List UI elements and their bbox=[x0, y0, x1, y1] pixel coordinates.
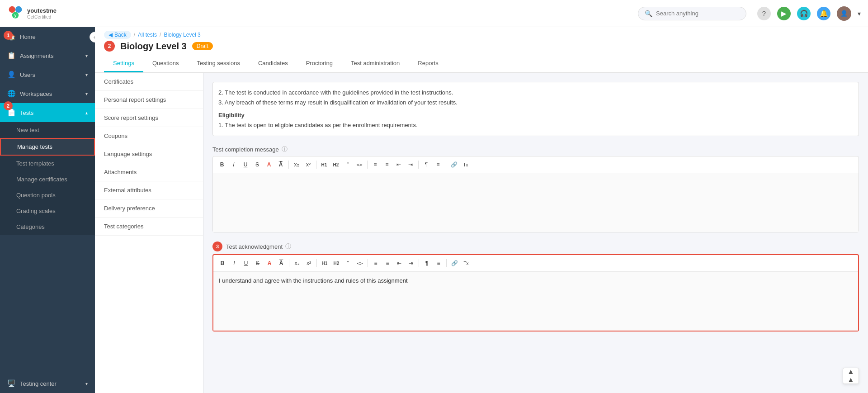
left-panel-coupons[interactable]: Coupons bbox=[95, 127, 203, 145]
ack-toolbar-paragraph[interactable]: ¶ bbox=[421, 258, 432, 269]
completion-editor: B I U S A Ā x₂ x² H1 H2 " bbox=[212, 156, 859, 232]
sidebar-sub-question-pools[interactable]: Question pools bbox=[0, 187, 95, 203]
left-panel-language[interactable]: Language settings bbox=[95, 145, 203, 163]
sidebar-sub-new-test[interactable]: New test bbox=[0, 122, 95, 138]
play-icon[interactable]: ▶ bbox=[777, 7, 791, 20]
toolbar-strikethrough[interactable]: S bbox=[252, 159, 263, 170]
acknowledgment-info-icon[interactable]: ⓘ bbox=[285, 242, 291, 251]
page-title-row: 2 Biology Level 3 Draft bbox=[104, 41, 859, 52]
left-panel-attachments[interactable]: Attachments bbox=[95, 163, 203, 181]
terms-line-2: 2. The test is conducted in accordance w… bbox=[218, 88, 853, 98]
ack-toolbar-subscript[interactable]: x₂ bbox=[292, 258, 302, 269]
toolbar-font-color[interactable]: A bbox=[264, 159, 274, 170]
sidebar-sub-categories[interactable]: Categories bbox=[0, 219, 95, 235]
help-icon[interactable]: ? bbox=[757, 7, 771, 20]
sidebar-item-home[interactable]: 🏠 Home bbox=[0, 27, 95, 46]
ack-toolbar-align[interactable]: ≡ bbox=[433, 258, 444, 269]
toolbar-h2[interactable]: H2 bbox=[330, 159, 341, 170]
toolbar-indent-right[interactable]: ⇥ bbox=[405, 159, 416, 170]
toolbar-font-bg[interactable]: Ā bbox=[275, 159, 286, 170]
acknowledgment-label-text: Test acknowledgment bbox=[226, 243, 283, 250]
tab-test-administration[interactable]: Test administration bbox=[342, 55, 409, 72]
sidebar-home-label: Home bbox=[20, 33, 36, 40]
toolbar-sep5 bbox=[446, 161, 446, 169]
acknowledgment-editor-content[interactable]: I understand and agree with the instruct… bbox=[213, 272, 858, 331]
page-title: Biology Level 3 bbox=[120, 41, 187, 52]
search-input[interactable] bbox=[656, 10, 737, 17]
headset-icon[interactable]: 🎧 bbox=[797, 7, 811, 20]
sidebar-item-assignments[interactable]: 📋 Assignments ▾ bbox=[0, 46, 95, 65]
toolbar-link[interactable]: 🔗 bbox=[448, 159, 459, 170]
tab-settings[interactable]: Settings bbox=[104, 55, 143, 72]
toolbar-subscript[interactable]: x₂ bbox=[291, 159, 302, 170]
ack-toolbar-bold[interactable]: B bbox=[217, 258, 228, 269]
tab-proctoring[interactable]: Proctoring bbox=[297, 55, 342, 72]
toolbar-indent-left[interactable]: ⇤ bbox=[393, 159, 404, 170]
ack-toolbar-blockquote[interactable]: " bbox=[343, 258, 354, 269]
completion-editor-content[interactable] bbox=[213, 173, 859, 232]
terms-line-3: 3. Any breach of these terms may result … bbox=[218, 98, 853, 108]
tab-questions[interactable]: Questions bbox=[143, 55, 188, 72]
svg-text:y: y bbox=[14, 13, 16, 18]
tab-testing-sessions[interactable]: Testing sessions bbox=[188, 55, 249, 72]
toolbar-h1[interactable]: H1 bbox=[319, 159, 330, 170]
ack-toolbar-underline[interactable]: U bbox=[241, 258, 251, 269]
ack-toolbar-indent-left[interactable]: ⇤ bbox=[394, 258, 405, 269]
ack-toolbar-strikethrough[interactable]: S bbox=[252, 258, 263, 269]
grading-scales-label: Grading scales bbox=[16, 208, 56, 214]
back-button[interactable]: ◀ Back bbox=[104, 31, 131, 39]
manage-certificates-label: Manage certificates bbox=[16, 176, 67, 183]
left-panel-certificates[interactable]: Certificates bbox=[95, 73, 203, 91]
assignments-arrow: ▾ bbox=[85, 53, 88, 58]
completion-label-text: Test completion message bbox=[212, 146, 279, 153]
toolbar-ul[interactable]: ≡ bbox=[382, 159, 392, 170]
sidebar-item-tests[interactable]: 📄 Tests ▴ bbox=[0, 103, 95, 122]
ack-toolbar-superscript[interactable]: x² bbox=[303, 258, 314, 269]
completion-info-icon[interactable]: ⓘ bbox=[282, 145, 288, 153]
toolbar-superscript[interactable]: x² bbox=[303, 159, 314, 170]
toolbar-bold[interactable]: B bbox=[217, 159, 227, 170]
all-tests-link[interactable]: All tests bbox=[138, 32, 157, 38]
ack-toolbar-link[interactable]: 🔗 bbox=[449, 258, 460, 269]
logo: y youtestme GetCertified bbox=[7, 5, 102, 22]
tab-reports[interactable]: Reports bbox=[409, 55, 448, 72]
sidebar-item-users[interactable]: 👤 Users ▾ bbox=[0, 65, 95, 84]
sidebar-item-workspaces[interactable]: 🌐 Workspaces ▾ bbox=[0, 84, 95, 103]
search-box[interactable]: 🔍 bbox=[638, 7, 746, 20]
ack-toolbar-ol[interactable]: ≡ bbox=[370, 258, 381, 269]
left-panel-external-attrs[interactable]: External attributes bbox=[95, 181, 203, 199]
avatar[interactable]: 👤 bbox=[837, 6, 851, 21]
ack-toolbar-h1[interactable]: H1 bbox=[319, 258, 330, 269]
ack-toolbar-font-bg[interactable]: Ā bbox=[276, 258, 287, 269]
notification-icon[interactable]: 🔔 bbox=[817, 7, 830, 20]
toolbar-underline[interactable]: U bbox=[240, 159, 251, 170]
ack-toolbar-clear[interactable]: Tx bbox=[461, 258, 472, 269]
toolbar-italic[interactable]: I bbox=[228, 159, 239, 170]
sidebar-item-testing-center[interactable]: 🖥️ Testing center ▾ bbox=[0, 374, 95, 393]
toolbar-blockquote[interactable]: " bbox=[342, 159, 353, 170]
ack-toolbar-code[interactable]: <> bbox=[354, 258, 365, 269]
toolbar-align[interactable]: ≡ bbox=[433, 159, 443, 170]
toolbar-clear[interactable]: Tx bbox=[460, 159, 471, 170]
sidebar-sub-test-templates[interactable]: Test templates bbox=[0, 156, 95, 171]
scroll-to-top-button[interactable]: ▲▲ bbox=[843, 368, 859, 384]
left-panel-score-report[interactable]: Score report settings bbox=[95, 109, 203, 127]
toolbar-paragraph[interactable]: ¶ bbox=[421, 159, 432, 170]
toolbar-ol[interactable]: ≡ bbox=[370, 159, 381, 170]
ack-toolbar-ul[interactable]: ≡ bbox=[382, 258, 393, 269]
ack-toolbar-h2[interactable]: H2 bbox=[331, 258, 342, 269]
left-panel-delivery-pref[interactable]: Delivery preference bbox=[95, 199, 203, 218]
sidebar-sub-manage-tests[interactable]: Manage tests bbox=[0, 138, 95, 156]
dropdown-arrow[interactable]: ▾ bbox=[858, 10, 861, 17]
test-name-link[interactable]: Biology Level 3 bbox=[164, 32, 200, 38]
ack-toolbar-indent-right[interactable]: ⇥ bbox=[406, 258, 416, 269]
toolbar-code[interactable]: <> bbox=[354, 159, 365, 170]
sidebar-sub-manage-certificates[interactable]: Manage certificates bbox=[0, 171, 95, 187]
left-panel-test-categories[interactable]: Test categories bbox=[95, 218, 203, 236]
tab-candidates[interactable]: Candidates bbox=[249, 55, 297, 72]
ack-toolbar-italic[interactable]: I bbox=[229, 258, 240, 269]
left-panel-personal-report[interactable]: Personal report settings bbox=[95, 91, 203, 109]
ack-toolbar-font-color[interactable]: A bbox=[264, 258, 275, 269]
sidebar-sub-grading-scales[interactable]: Grading scales bbox=[0, 203, 95, 219]
manage-tests-label: Manage tests bbox=[17, 143, 52, 150]
